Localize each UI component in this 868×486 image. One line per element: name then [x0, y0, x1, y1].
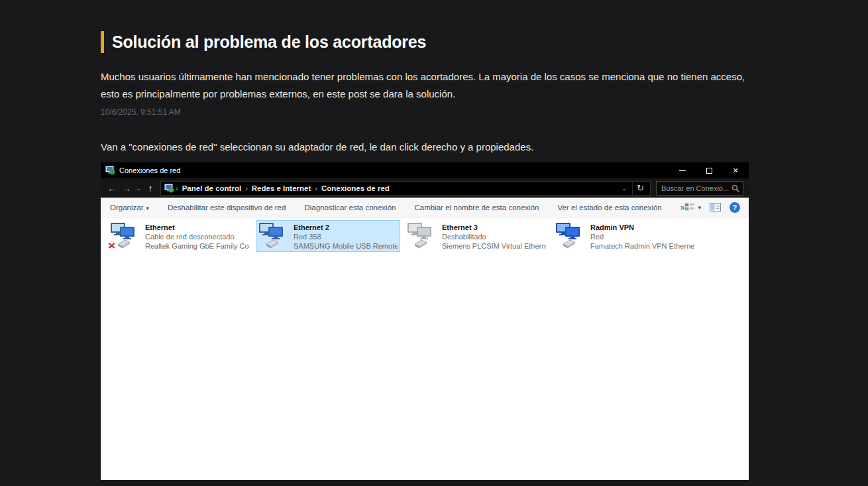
- breadcrumb-redes-e-internet[interactable]: Redes e Internet: [248, 184, 315, 192]
- adapter-status: Red 358: [294, 232, 398, 241]
- address-bar: ← → ⌄ ↑ › Panel de control › Redes e Int…: [101, 178, 749, 198]
- recent-locations-chevron-icon[interactable]: ⌄: [134, 185, 143, 192]
- refresh-button[interactable]: ↻: [632, 182, 648, 195]
- adapter-text: Ethernet Cable de red desconectado Realt…: [145, 222, 249, 251]
- disable-device-command[interactable]: Deshabilitar este dispositivo de red: [168, 204, 286, 212]
- adapter-text: Radmin VPN Red Famatech Radmin VPN Ether…: [590, 222, 694, 251]
- post-timestamp: 10/6/2025, 9:51:51 AM: [101, 107, 749, 117]
- blog-post: Solución al problema de los acortadores …: [101, 0, 749, 480]
- window-controls: ×: [669, 162, 749, 178]
- adapter-name: Ethernet 2: [294, 223, 398, 232]
- organize-caret-icon: ▾: [146, 205, 150, 212]
- network-connections-window: Conexiones de red × ← → ⌄ ↑: [101, 162, 749, 480]
- adapter-device: SAMSUNG Mobile USB Remote N...: [294, 241, 398, 251]
- diagnose-connection-command[interactable]: Diagnosticar esta conexión: [304, 204, 396, 212]
- close-button[interactable]: ×: [722, 162, 749, 178]
- adapter-ethernet-2[interactable]: Ethernet 2 Red 358 SAMSUNG Mobile USB Re…: [256, 220, 400, 252]
- adapter-text: Ethernet 2 Red 358 SAMSUNG Mobile USB Re…: [294, 222, 398, 251]
- network-adapter-icon: ×: [110, 222, 139, 251]
- search-icon[interactable]: [732, 184, 739, 192]
- search-box[interactable]: [656, 181, 743, 196]
- adapter-status: Cable de red desconectado: [145, 232, 249, 241]
- post-instruction-text: Van a "conexiones de red" seleccionan su…: [101, 141, 749, 152]
- organize-menu-button[interactable]: Organizar▾: [110, 204, 149, 212]
- more-commands-chevron-icon[interactable]: »: [680, 203, 685, 212]
- window-titlebar[interactable]: Conexiones de red ×: [101, 162, 749, 178]
- search-input[interactable]: [660, 184, 732, 193]
- adapter-name: Ethernet 3: [442, 223, 546, 232]
- close-icon: ×: [733, 166, 738, 175]
- adapter-ethernet[interactable]: × Ethernet Cable de red desconectado Rea…: [107, 220, 252, 252]
- forward-button[interactable]: →: [119, 183, 134, 194]
- address-dropdown-chevron-icon[interactable]: ⌄: [617, 185, 633, 192]
- post-title-row: Solución al problema de los acortadores: [101, 31, 749, 53]
- command-bar-right: ▾ ?: [684, 202, 740, 213]
- minimize-icon: [679, 170, 686, 171]
- adapter-status: Red: [590, 232, 694, 241]
- help-button[interactable]: ?: [730, 202, 740, 213]
- file-list-area[interactable]: × Ethernet Cable de red desconectado Rea…: [101, 217, 749, 480]
- maximize-icon: [706, 168, 712, 174]
- adapter-radmin-vpn[interactable]: Radmin VPN Red Famatech Radmin VPN Ether…: [553, 220, 697, 252]
- adapter-name: Ethernet: [145, 223, 249, 232]
- network-adapter-icon: [407, 222, 436, 251]
- address-location-icon: [164, 184, 174, 193]
- adapter-ethernet-3[interactable]: Ethernet 3 Deshabilitado Siemens PLCSIM …: [404, 220, 549, 252]
- adapter-device: Siemens PLCSIM Virtual Ethernet ...: [442, 241, 546, 251]
- adapter-device: Famatech Radmin VPN Ethernet ...: [590, 241, 694, 251]
- adapter-status: Deshabilitado: [442, 232, 546, 241]
- back-button[interactable]: ←: [105, 183, 119, 194]
- change-view-button[interactable]: ▾: [684, 203, 701, 212]
- preview-pane-button[interactable]: [710, 203, 721, 212]
- command-bar: Organizar▾ Deshabilitar este dispositivo…: [101, 198, 749, 217]
- address-field[interactable]: › Panel de control › Redes e Internet › …: [160, 181, 651, 196]
- view-status-command[interactable]: Ver el estado de esta conexión: [557, 204, 661, 212]
- minimize-button[interactable]: [669, 162, 696, 178]
- rename-connection-command[interactable]: Cambiar el nombre de esta conexión: [414, 204, 539, 212]
- network-adapter-icon: [555, 222, 584, 251]
- network-connections-icon: [105, 166, 115, 175]
- adapter-name: Radmin VPN: [590, 223, 694, 232]
- breadcrumb-conexiones-de-red[interactable]: Conexiones de red: [317, 184, 394, 192]
- page-title: Solución al problema de los acortadores: [112, 32, 426, 52]
- breadcrumb-panel-de-control[interactable]: Panel de control: [178, 184, 245, 192]
- network-adapter-icon: [258, 222, 288, 251]
- up-button[interactable]: ↑: [143, 183, 158, 194]
- window-title: Conexiones de red: [119, 166, 180, 174]
- change-view-caret-icon: ▾: [698, 204, 701, 211]
- adapter-text: Ethernet 3 Deshabilitado Siemens PLCSIM …: [442, 222, 546, 251]
- adapter-device: Realtek Gaming GbE Family Contr...: [145, 241, 249, 251]
- disconnected-x-icon: ×: [108, 240, 115, 251]
- post-body-text: Muchos usuarios últimamente han menciona…: [101, 68, 749, 103]
- title-accent-bar: [101, 31, 104, 53]
- maximize-button[interactable]: [696, 162, 722, 178]
